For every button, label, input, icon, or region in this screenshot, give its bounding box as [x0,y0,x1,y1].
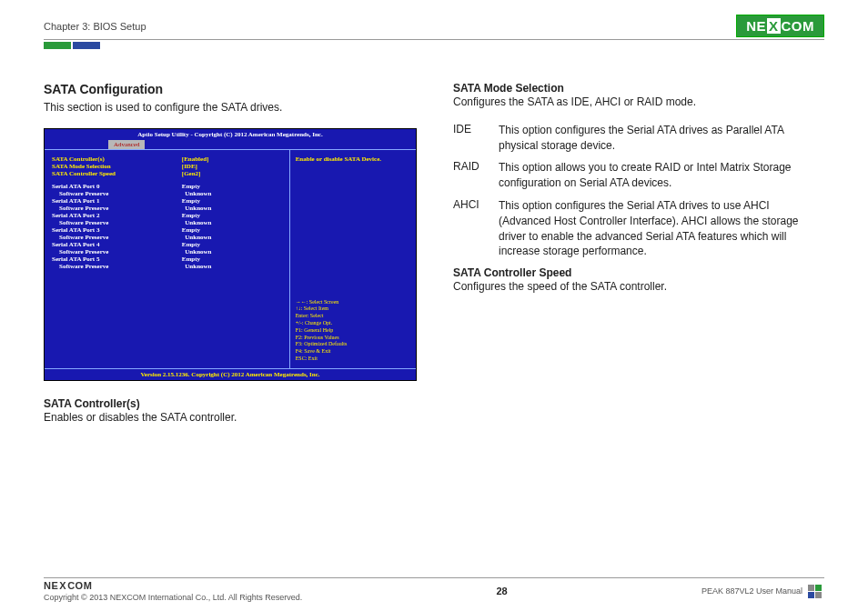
bios-setting-label: SATA Controller(s) [52,155,182,163]
footer-copyright: Copyright © 2013 NEXCOM International Co… [44,593,302,602]
bios-setting-value: [Gen2] [182,170,282,177]
mode-option-key: RAID [453,160,499,191]
manual-name: PEAK 887VL2 User Manual [701,586,802,596]
bios-port-value: Unknown [185,263,281,270]
nexcom-logo: NEXCOM [736,15,824,37]
sata-controllers-heading: SATA Controller(s) [44,397,417,410]
bios-settings-panel: SATA Controller(s)[Enabled]SATA Mode Sel… [45,150,289,368]
mode-option-desc: This option allows you to create RAID or… [499,160,824,191]
bios-key-hint: F1: General Help [296,327,410,335]
footer-logo: NEXCOM [44,580,302,591]
bios-key-legend: →←: Select Screen↑↓: Select ItemEnter: S… [296,299,410,363]
bios-port-value: Empty [182,183,282,190]
page-footer: NEXCOM Copyright © 2013 NEXCOM Internati… [44,577,824,602]
bios-setting-label: SATA Mode Selection [52,163,182,170]
bios-key-hint: +/-: Change Opt. [296,320,410,327]
bios-setting-value: [IDE] [182,163,282,170]
bios-port-label: Serial ATA Port 5 [52,255,182,263]
bios-footer: Version 2.15.1236. Copyright (C) 2012 Am… [45,368,416,380]
left-column: SATA Configuration This section is used … [44,82,417,426]
bios-port-value: Empty [182,197,282,205]
bios-port-value: Empty [182,241,282,248]
mode-option-key: IDE [453,123,499,154]
section-heading: SATA Configuration [44,82,417,96]
bios-port-value: Empty [182,212,282,219]
mode-option-key: AHCI [453,198,499,259]
mode-option-desc: This option configures the Serial ATA dr… [499,123,824,154]
bios-tab-advanced: Advanced [108,140,145,149]
right-column: SATA Mode Selection Configures the SATA … [453,82,824,426]
bios-port-label: Software Preserve [52,219,185,226]
bios-key-hint: →←: Select Screen [296,299,410,306]
bios-port-label: Serial ATA Port 0 [52,183,182,190]
bios-port-label: Serial ATA Port 3 [52,226,182,234]
bios-port-label: Software Preserve [52,205,185,212]
bios-port-value: Unknown [185,205,281,212]
bios-help-panel: Enable or disable SATA Device. →←: Selec… [289,150,416,368]
bios-help-text: Enable or disable SATA Device. [296,155,410,163]
bios-port-label: Software Preserve [52,248,185,255]
bios-key-hint: F3: Optimized Defaults [296,341,410,348]
bios-port-value: Unknown [185,219,281,226]
page-number: 28 [496,586,507,596]
bios-screenshot: Aptio Setup Utility - Copyright (C) 2012… [44,128,417,381]
bios-key-hint: ↑↓: Select Item [296,306,410,313]
decorative-tabs [44,42,824,49]
bios-port-value: Unknown [185,234,281,241]
section-intro: This section is used to configure the SA… [44,100,417,115]
bios-port-label: Software Preserve [52,263,185,270]
bios-key-hint: Enter: Select [296,313,410,320]
bios-title: Aptio Setup Utility - Copyright (C) 2012… [45,129,416,140]
sata-controllers-text: Enables or disables the SATA controller. [44,410,417,426]
mode-definitions: IDEThis option configures the Serial ATA… [453,123,824,259]
chapter-title: Chapter 3: BIOS Setup [44,21,146,32]
bios-port-label: Serial ATA Port 2 [52,212,182,219]
bios-port-value: Empty [182,255,282,263]
bios-port-label: Software Preserve [52,234,185,241]
bios-port-value: Unknown [185,248,281,255]
sata-speed-text: Configures the speed of the SATA control… [453,279,824,295]
bios-setting-value: [Enabled] [182,155,282,163]
page-header: Chapter 3: BIOS Setup NEXCOM [44,15,824,40]
sata-speed-heading: SATA Controller Speed [453,266,824,279]
bios-port-value: Unknown [185,190,281,197]
bios-port-label: Serial ATA Port 1 [52,197,182,205]
bios-key-hint: F2: Previous Values [296,335,410,342]
sata-mode-text: Configures the SATA as IDE, AHCI or RAID… [453,95,824,110]
bios-port-label: Software Preserve [52,190,185,197]
mode-option-desc: This option configures the Serial ATA dr… [499,198,824,259]
bios-port-label: Serial ATA Port 4 [52,241,182,248]
bios-key-hint: ESC: Exit [296,356,410,363]
bios-port-value: Empty [182,226,282,234]
bios-setting-label: SATA Controller Speed [52,170,182,177]
decorative-squares-icon [808,585,824,598]
sata-mode-heading: SATA Mode Selection [453,82,824,95]
bios-key-hint: F4: Save & Exit [296,348,410,356]
